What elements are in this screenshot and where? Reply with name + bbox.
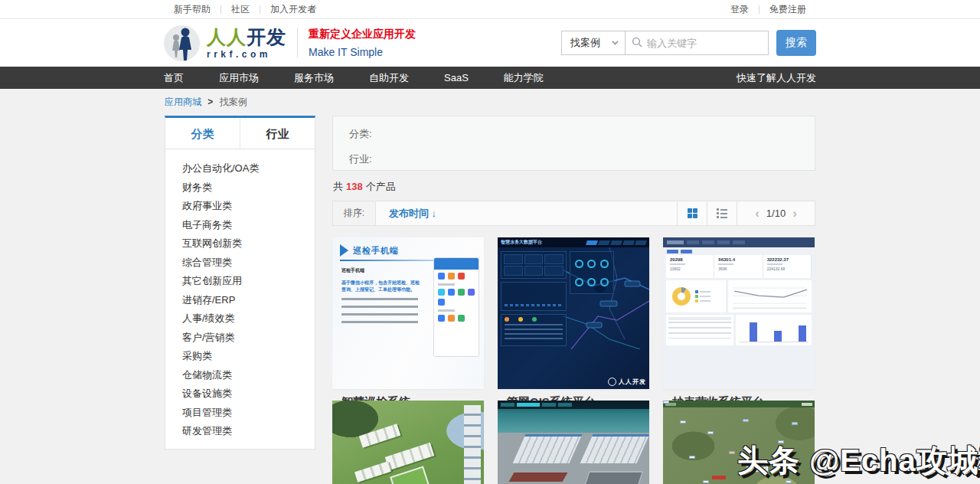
- product-card-meter-billing[interactable]: 20298 10602 66301.4 3696 322232.37: [663, 237, 815, 389]
- sidebar-item-hr[interactable]: 人事/绩效类: [182, 309, 315, 329]
- site-header: 人人开发 rrkf.com 重新定义企业应用开发 Make IT Simple …: [0, 19, 980, 67]
- nav-item-service-market[interactable]: 服务市场: [294, 71, 334, 85]
- page: 新手帮助 社区 加入开发者 登录 免费注册: [0, 0, 980, 484]
- nav-item-saas[interactable]: SaaS: [444, 72, 469, 83]
- grid-view-button[interactable]: [677, 201, 707, 225]
- product-card-pipeline-gis[interactable]: 智慧水务大数据平台: [498, 237, 649, 389]
- product-preview: 巡检手机端 巡检手机端 基于微信小程序，包含开始巡检、巡检查询、上报登记、工单处…: [332, 237, 484, 389]
- sidebar-item-government[interactable]: 政府事业类: [182, 197, 315, 216]
- tab-category[interactable]: 分类: [165, 118, 240, 149]
- brand-name-part2: 开发: [247, 26, 286, 47]
- search-icon: [632, 37, 642, 47]
- kpi-sub-value: 3696: [718, 267, 727, 271]
- preview-dashboard-title: 智慧水务大数据平台: [501, 239, 542, 246]
- sports-field: [390, 466, 430, 484]
- sort-toolbar: 排序: 发布时间 ↓ ‹ 1/10 ›: [332, 201, 815, 226]
- sidebar-item-ecommerce[interactable]: 电子商务类: [182, 216, 315, 235]
- result-count-number: 138: [346, 181, 363, 192]
- kpi-value: 322232.37: [767, 257, 789, 262]
- table-panel: [501, 314, 567, 346]
- spacer: [449, 201, 677, 225]
- photo-watermark: 头条 @Echa攻城狮: [737, 440, 980, 482]
- rrkf-logo-icon: [608, 378, 616, 386]
- tagline: 重新定义企业应用开发 Make IT Simple: [309, 28, 416, 58]
- preview-header-bar: [498, 401, 649, 409]
- filter-panel: 分类: 行业:: [332, 116, 815, 171]
- greenhouse-roof: [580, 434, 649, 463]
- product-preview: 20298 10602 66301.4 3696 322232.37: [663, 237, 815, 389]
- tab-industry[interactable]: 行业: [240, 118, 315, 149]
- nav-quick-intro[interactable]: 快速了解人人开发: [737, 71, 816, 85]
- product-card-3d-warehouse[interactable]: [498, 401, 649, 484]
- rrkf-watermark: 人人开发: [608, 378, 646, 386]
- search-button[interactable]: 搜索: [776, 30, 816, 56]
- phone-header: [434, 258, 479, 270]
- login-link[interactable]: 登录: [720, 3, 759, 16]
- preview-slide-title: 巡检手机端: [353, 245, 399, 257]
- top-utility-bar: 新手帮助 社区 加入开发者 登录 免费注册: [0, 0, 980, 19]
- product-preview: 智慧水务大数据平台: [498, 237, 649, 389]
- nav-item-app-market[interactable]: 应用市场: [219, 71, 259, 85]
- sort-by-publish-time[interactable]: 发布时间 ↓: [376, 201, 449, 225]
- breadcrumb: 应用商城 > 找案例: [165, 96, 815, 108]
- filter-industry-label: 行业:: [349, 152, 799, 166]
- search-input[interactable]: [625, 31, 769, 55]
- prev-page-button[interactable]: ‹: [755, 207, 760, 220]
- topbar-link-community[interactable]: 社区: [221, 3, 260, 16]
- kpi-value: 66301.4: [718, 257, 735, 262]
- preview-navbar: [663, 237, 815, 247]
- topbar-link-join-developer[interactable]: 加入开发者: [260, 3, 326, 16]
- kpi-value: 20298: [670, 257, 683, 262]
- search-category-select[interactable]: 找案例: [561, 31, 626, 55]
- nav-item-home[interactable]: 首页: [164, 71, 184, 85]
- sidebar-item-other-innovation[interactable]: 其它创新应用: [182, 272, 315, 291]
- sidebar-item-rnd[interactable]: 研发管理类: [182, 422, 315, 441]
- breadcrumb-root[interactable]: 应用商城: [165, 96, 201, 107]
- kpi-sub-value: 10602: [670, 267, 681, 271]
- register-link[interactable]: 免费注册: [760, 3, 816, 16]
- brand-text[interactable]: 人人开发 rrkf.com: [207, 28, 286, 59]
- brand-logo-icon[interactable]: [164, 25, 200, 61]
- product-card-smart-inspection[interactable]: 巡检手机端 巡检手机端 基于微信小程序，包含开始巡检、巡检查询、上报登记、工单处…: [332, 237, 484, 389]
- sidebar-item-crm[interactable]: 客户/营销类: [182, 329, 315, 348]
- sidebar-item-finance[interactable]: 财务类: [182, 178, 315, 198]
- page-indicator: 1/10: [766, 208, 786, 219]
- sidebar-item-oa[interactable]: 办公自动化/OA类: [182, 159, 315, 178]
- nav-item-self-dev[interactable]: 自助开发: [369, 71, 409, 85]
- preview-nav-tabs: [586, 240, 646, 245]
- bar-chart: [736, 315, 812, 345]
- building-block: [359, 424, 400, 447]
- sidebar-item-internet[interactable]: 互联网创新类: [182, 234, 315, 253]
- gauges-panel: [570, 251, 614, 294]
- alert-marker: [712, 476, 726, 479]
- sidebar-item-procurement[interactable]: 采购类: [182, 347, 315, 366]
- product-card-campus-aerial[interactable]: [332, 401, 484, 484]
- sidebar-item-warehouse[interactable]: 仓储物流类: [182, 366, 315, 385]
- preview-filter-chips: [663, 247, 815, 255]
- donut-chart: [666, 280, 726, 312]
- sidebar-item-project[interactable]: 项目管理类: [182, 404, 315, 423]
- chart-panel: [501, 282, 567, 311]
- chevron-down-icon: [612, 41, 619, 45]
- filter-category-label: 分类:: [349, 127, 799, 141]
- brand-domain: rrkf.com: [207, 50, 286, 59]
- search-category-value: 找案例: [570, 36, 600, 50]
- sidebar-item-erp[interactable]: 进销存/ERP: [182, 291, 315, 310]
- next-page-button[interactable]: ›: [792, 207, 797, 220]
- result-count-prefix: 共: [333, 181, 343, 192]
- topbar-link-help[interactable]: 新手帮助: [164, 3, 220, 16]
- main-nav: 首页 应用市场 服务市场 自助开发 SaaS 能力学院 快速了解人人开发: [0, 67, 980, 89]
- building-block: [385, 443, 435, 470]
- preview-description: 基于微信小程序，包含开始巡检、巡检查询、上报登记、工单处理等功能。: [341, 280, 421, 293]
- warehouse-building: [509, 473, 568, 482]
- sidebar-item-facility[interactable]: 设备设施类: [182, 384, 315, 404]
- sidebar-item-management[interactable]: 综合管理类: [182, 253, 315, 273]
- phone-mockup: [433, 257, 479, 357]
- tagline-chinese: 重新定义企业应用开发: [309, 28, 416, 41]
- building-block: [354, 461, 391, 482]
- chart-legend: [695, 289, 710, 304]
- list-view-button[interactable]: [707, 201, 737, 225]
- brand-name-part1: 人人: [207, 26, 247, 47]
- grid-view-icon: [688, 208, 697, 218]
- nav-item-academy[interactable]: 能力学院: [504, 71, 544, 85]
